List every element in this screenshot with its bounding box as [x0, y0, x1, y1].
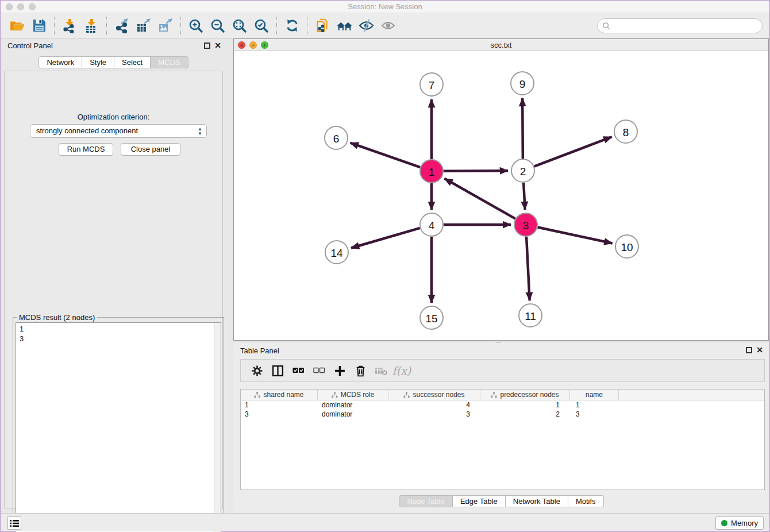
column-header-shared-name[interactable]: shared name	[241, 390, 318, 400]
graph-edge-1-6[interactable]	[351, 143, 421, 167]
memory-button[interactable]: Memory	[715, 516, 764, 530]
table-cell: 3	[570, 410, 619, 419]
export-image-button[interactable]	[155, 15, 176, 37]
graph-edge-3-10[interactable]	[538, 227, 613, 243]
show-all-button[interactable]	[377, 15, 399, 37]
graph-node-15[interactable]: 15	[420, 306, 443, 329]
export-network-button[interactable]	[111, 15, 133, 37]
save-session-button[interactable]	[28, 15, 50, 37]
result-scrollbar[interactable]	[214, 323, 221, 532]
graph-edge-3-11[interactable]	[526, 237, 530, 300]
graph-node-9[interactable]: 9	[511, 72, 534, 95]
float-panel-icon[interactable]	[204, 43, 210, 49]
hide-selected-button[interactable]	[355, 15, 377, 37]
tab-motifs[interactable]: Motifs	[568, 495, 604, 507]
network-canvas[interactable]: 7968124314101511	[234, 51, 768, 340]
close-panel-button[interactable]: Close panel	[121, 143, 180, 156]
close-panel-icon[interactable]: ✕	[756, 346, 763, 354]
import-table-button[interactable]	[80, 15, 102, 37]
function-builder-button[interactable]: f(x)	[391, 361, 412, 380]
tab-select[interactable]: Select	[114, 56, 151, 68]
open-session-button[interactable]	[6, 15, 28, 37]
table-row[interactable]: 3dominator323	[241, 410, 764, 419]
deselect-all-button[interactable]	[309, 361, 329, 380]
delete-column-button[interactable]	[350, 361, 371, 380]
tab-style[interactable]: Style	[82, 56, 114, 68]
column-header-successor-nodes[interactable]: successor nodes	[388, 390, 480, 400]
graph-node-2[interactable]: 2	[511, 159, 534, 182]
graph-node-1[interactable]: 1	[420, 160, 443, 183]
toolbar-separator	[54, 17, 55, 35]
zoom-selected-button[interactable]	[251, 15, 272, 37]
tab-network[interactable]: Network	[38, 56, 82, 68]
network-window-titlebar[interactable]: x − + scc.txt	[234, 39, 768, 51]
refresh-icon	[285, 18, 299, 33]
graph-node-7[interactable]: 7	[420, 73, 443, 96]
mcds-result-textarea[interactable]: 1 3	[16, 322, 221, 532]
duplicate-network-button[interactable]	[311, 15, 333, 37]
table-cell: 3	[388, 410, 480, 419]
graph-edge-2-8[interactable]	[534, 137, 612, 166]
graph-edge-2-9[interactable]	[522, 98, 523, 159]
graph-node-6[interactable]: 6	[325, 126, 348, 149]
column-header-name[interactable]: name	[570, 390, 619, 400]
control-panel-tabs: NetworkStyleSelectMCDS	[1, 56, 226, 68]
zoom-selected-icon	[254, 18, 269, 33]
toolbar-separator	[307, 17, 307, 35]
apply-layout-button[interactable]	[281, 15, 303, 37]
add-column-button[interactable]	[329, 361, 350, 380]
select-all-button[interactable]	[288, 361, 309, 380]
search-input[interactable]	[611, 20, 762, 32]
table-row[interactable]: 1dominator411	[241, 400, 764, 410]
import-network-button[interactable]	[59, 15, 80, 37]
delete-table-button[interactable]	[371, 361, 391, 380]
delete-table-icon	[375, 365, 388, 376]
tab-mcds[interactable]: MCDS	[151, 56, 188, 68]
zoom-in-button[interactable]	[185, 15, 207, 37]
optimization-criterion-select[interactable]: strongly connected component ▲▼	[30, 124, 207, 138]
graph-edge-4-14[interactable]	[351, 228, 420, 248]
zoom-out-button[interactable]	[207, 15, 229, 37]
svg-text:6: 6	[333, 133, 340, 145]
graph-node-3[interactable]: 3	[514, 213, 537, 236]
optimization-criterion-label: Optimization criterion:	[5, 113, 222, 121]
control-panel-title: Control Panel	[7, 41, 53, 50]
first-neighbors-button[interactable]	[333, 15, 355, 37]
column-header-MCDS-role[interactable]: MCDS role	[318, 390, 388, 400]
graph-node-10[interactable]: 10	[615, 235, 638, 258]
import-network-icon	[62, 18, 77, 33]
control-panel: Control Panel ✕ NetworkStyleSelectMCDS O…	[1, 38, 226, 514]
tab-edge-table[interactable]: Edge Table	[453, 495, 506, 507]
float-panel-icon[interactable]	[746, 347, 752, 353]
tab-network-table[interactable]: Network Table	[506, 495, 568, 507]
column-type-icon	[491, 392, 497, 398]
table-cell: dominator	[318, 410, 388, 419]
svg-text:15: 15	[425, 313, 437, 325]
control-panel-header: Control Panel ✕	[1, 38, 226, 53]
plus-icon	[334, 365, 346, 377]
column-layout-button[interactable]	[267, 361, 288, 380]
task-history-button[interactable]	[7, 516, 21, 530]
select-stepper-icon: ▲▼	[198, 127, 202, 136]
export-table-button[interactable]	[133, 15, 155, 37]
fx-icon: f(x)	[392, 364, 411, 377]
graph-node-14[interactable]: 14	[325, 241, 348, 264]
toolbar-separator	[106, 17, 107, 35]
column-type-icon	[254, 392, 260, 398]
graph-edge-3-1[interactable]	[445, 179, 515, 219]
search-icon	[602, 22, 611, 30]
graph-edge-1-2[interactable]	[444, 171, 508, 171]
close-panel-icon[interactable]: ✕	[214, 41, 221, 49]
run-mcds-button[interactable]: Run MCDS	[59, 143, 113, 156]
graph-node-4[interactable]: 4	[420, 213, 443, 236]
column-header-predecessor-nodes[interactable]: predecessor nodes	[480, 390, 570, 400]
tab-node-table[interactable]: Node Table	[399, 495, 453, 507]
graph-node-8[interactable]: 8	[614, 120, 637, 143]
column-type-icon	[332, 392, 338, 398]
graph-node-11[interactable]: 11	[519, 304, 542, 327]
network-graph: 7968124314101511	[234, 51, 769, 340]
table-settings-button[interactable]	[247, 361, 267, 380]
svg-text:3: 3	[523, 219, 529, 232]
zoom-fit-button[interactable]	[229, 15, 251, 37]
graph-edge-2-3[interactable]	[523, 183, 525, 210]
